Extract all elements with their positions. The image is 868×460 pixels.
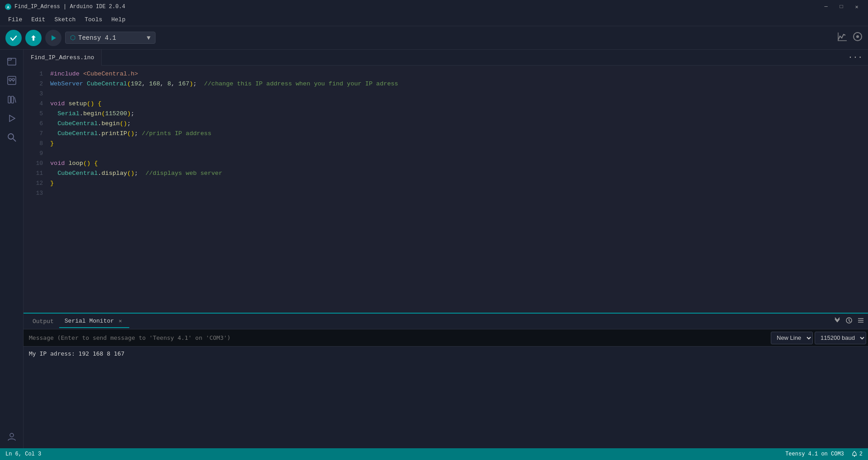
- board-port-text: Teensy 4.1 on COM3: [785, 451, 844, 457]
- toolbar: ⬡ Teensy 4.1 ▼: [0, 26, 868, 50]
- panel-tab-serial-monitor[interactable]: Serial Monitor ✕: [59, 314, 129, 328]
- status-bar: Ln 6, Col 3 Teensy 4.1 on COM3 2: [0, 448, 868, 460]
- svg-marker-18: [9, 115, 15, 122]
- svg-line-20: [13, 139, 16, 141]
- svg-rect-17: [11, 96, 14, 103]
- bottom-panel: Output Serial Monitor ✕: [24, 313, 868, 448]
- tab-more-button[interactable]: ···: [843, 53, 868, 62]
- panel-menu-icon[interactable]: [857, 317, 864, 326]
- code-editor[interactable]: 1 2 3 4 5 6 7 8 9 10 11 12 13 #include <…: [24, 66, 868, 313]
- tab-bar: Find_IP_Adress.ino ···: [24, 50, 868, 66]
- main-area: Find_IP_Adress.ino ··· 1 2 3 4 5 6 7 8 9…: [0, 50, 868, 448]
- board-selector[interactable]: ⬡ Teensy 4.1 ▼: [65, 32, 156, 44]
- serial-monitor: New Line 115200 baud My IP adress: 192 1…: [24, 329, 868, 448]
- svg-marker-4: [52, 35, 56, 41]
- activity-profile[interactable]: [4, 428, 20, 445]
- close-button[interactable]: ✕: [850, 2, 863, 11]
- code-content[interactable]: #include <CubeCentral.h> WebServer CubeC…: [48, 66, 868, 313]
- status-board-port[interactable]: Teensy 4.1 on COM3: [785, 451, 844, 457]
- activity-debug[interactable]: [4, 110, 20, 127]
- svg-rect-12: [9, 79, 11, 80]
- status-ln-col[interactable]: Ln 6, Col 3: [5, 451, 41, 457]
- serial-output-text: My IP adress: 192 168 8 167: [29, 350, 124, 357]
- baud-rate-select[interactable]: 115200 baud: [815, 332, 866, 344]
- panel-tabs: Output Serial Monitor ✕: [24, 314, 868, 329]
- toolbar-right: [837, 32, 863, 44]
- editor-area: Find_IP_Adress.ino ··· 1 2 3 4 5 6 7 8 9…: [24, 50, 868, 448]
- svg-point-21: [10, 433, 14, 437]
- svg-point-27: [854, 456, 855, 457]
- board-dropdown-arrow: ▼: [147, 34, 151, 42]
- upload-icon: [29, 34, 38, 42]
- verify-icon: [9, 34, 18, 42]
- svg-rect-3: [33, 38, 34, 41]
- activity-library-manager[interactable]: [4, 91, 20, 108]
- editor-tab[interactable]: Find_IP_Adress.ino: [24, 50, 102, 66]
- debug-icon: [49, 34, 57, 42]
- menu-sketch[interactable]: Sketch: [50, 14, 80, 25]
- serial-input-field[interactable]: [24, 334, 771, 341]
- verify-button[interactable]: [5, 30, 22, 46]
- usb-icon: ⬡: [70, 34, 75, 42]
- svg-point-8: [856, 35, 859, 38]
- window-controls: ─ □ ✕: [819, 2, 863, 11]
- serial-output: My IP adress: 192 168 8 167: [24, 347, 868, 448]
- output-tab-label: Output: [33, 318, 54, 325]
- activity-bar: [0, 50, 24, 448]
- activity-explorer[interactable]: [4, 53, 20, 70]
- serial-monitor-toolbar-icon[interactable]: [853, 32, 863, 44]
- notification-count: 2: [859, 451, 863, 457]
- activity-search[interactable]: [4, 129, 20, 146]
- minimize-button[interactable]: ─: [819, 2, 833, 11]
- serial-monitor-close-button[interactable]: ✕: [117, 317, 124, 324]
- svg-point-19: [8, 134, 14, 139]
- svg-marker-2: [31, 35, 36, 38]
- line-numbers: 1 2 3 4 5 6 7 8 9 10 11 12 13: [24, 66, 48, 313]
- serial-input-bar: New Line 115200 baud: [24, 329, 868, 347]
- maximize-button[interactable]: □: [835, 2, 848, 11]
- ln-col-text: Ln 6, Col 3: [5, 451, 41, 457]
- svg-rect-13: [12, 79, 14, 80]
- scroll-lock-icon[interactable]: [834, 317, 841, 326]
- panel-tab-output[interactable]: Output: [27, 315, 59, 328]
- svg-rect-10: [8, 58, 16, 65]
- serial-icon: [853, 32, 863, 42]
- menu-edit[interactable]: Edit: [27, 14, 50, 25]
- line-ending-select[interactable]: New Line: [771, 332, 813, 344]
- menu-tools[interactable]: Tools: [80, 14, 107, 25]
- serial-plotter-icon[interactable]: [837, 32, 847, 44]
- plotter-icon: [837, 32, 847, 42]
- svg-text:A: A: [7, 5, 9, 10]
- svg-rect-16: [8, 96, 10, 103]
- tab-filename: Find_IP_Adress.ino: [31, 54, 94, 61]
- panel-right-icons: [834, 317, 864, 326]
- activity-board-manager[interactable]: [4, 72, 20, 89]
- status-notifications[interactable]: 2: [851, 451, 863, 457]
- menu-help[interactable]: Help: [107, 14, 130, 25]
- app-icon: A: [5, 3, 12, 10]
- board-name: Teensy 4.1: [78, 34, 116, 42]
- debug-button[interactable]: [45, 30, 61, 46]
- upload-button[interactable]: [25, 30, 42, 46]
- notification-icon: [851, 451, 858, 457]
- menu-bar: File Edit Sketch Tools Help: [0, 14, 868, 26]
- menu-file[interactable]: File: [4, 14, 27, 25]
- serial-monitor-tab-label: Serial Monitor: [65, 318, 114, 324]
- timestamp-icon[interactable]: [845, 317, 853, 326]
- title-bar: A Find_IP_Adress | Arduino IDE 2.0.4 ─ □…: [0, 0, 868, 14]
- title-text: Find_IP_Adress | Arduino IDE 2.0.4: [14, 4, 819, 10]
